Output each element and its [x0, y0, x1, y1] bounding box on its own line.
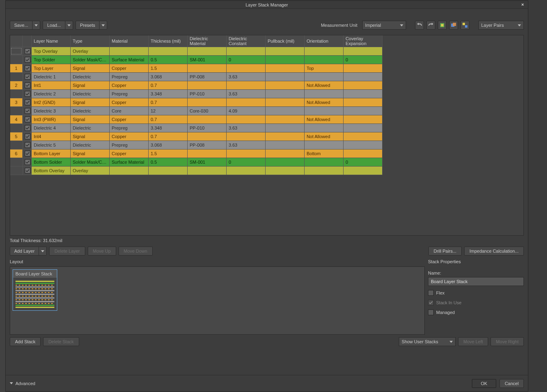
move-left-button[interactable]: Move Left [458, 337, 488, 346]
delete-layer-button[interactable]: Delete Layer [49, 247, 85, 256]
mid-toolbar: Add Layer Delete Layer Move Up Move Down… [10, 245, 524, 257]
table-row[interactable]: 6Bottom LayerSignalCopper1.5Bottom [10, 149, 383, 158]
row-checkbox[interactable] [25, 125, 30, 131]
col-pullback[interactable]: Pullback (mil) [265, 35, 304, 47]
table-row[interactable]: Top SolderSolder Mask/Co...Surface Mater… [10, 55, 383, 64]
table-row[interactable]: Top OverlayOverlay [10, 47, 383, 55]
table-row[interactable]: Dielectric 4DielectricPrepreg3.348PP-010… [10, 123, 383, 132]
layout-title: Layout [10, 259, 425, 264]
tool-icon-1[interactable] [438, 21, 447, 30]
row-checkbox[interactable] [25, 57, 30, 63]
row-checkbox[interactable] [25, 151, 30, 156]
impedance-calc-button[interactable]: Impedance Calculation... [464, 247, 524, 256]
move-right-button[interactable]: Move Right [491, 337, 524, 346]
footer: Advanced OK Cancel [6, 375, 528, 391]
col-check[interactable] [22, 35, 31, 47]
col-coverlay-expansion[interactable]: Coverlay Expansion [343, 35, 382, 47]
row-checkbox[interactable] [25, 117, 30, 122]
row-checkbox[interactable] [25, 142, 30, 148]
measurement-unit-label: Measurement Unit [321, 23, 357, 28]
cancel-button[interactable]: Cancel [499, 379, 524, 388]
tool-icon-2[interactable] [449, 21, 458, 30]
col-type[interactable]: Type [71, 35, 110, 47]
table-row[interactable]: 1Top LayerSignalCopper1.5Top [10, 64, 383, 72]
total-thickness: Total Thickness: 31.632mil [10, 236, 524, 245]
svg-rect-3 [453, 23, 456, 26]
col-dielectric-constant[interactable]: Dielectric Constant [226, 35, 265, 47]
svg-rect-4 [463, 23, 465, 25]
show-user-stacks-select[interactable]: Show User Stacks [399, 337, 456, 346]
top-toolbar: Save... Load... Presets Measurement Unit… [10, 13, 524, 31]
row-checkbox[interactable] [25, 48, 30, 54]
col-num[interactable] [10, 35, 22, 47]
col-material[interactable]: Material [110, 35, 149, 47]
redo-icon[interactable] [426, 21, 435, 30]
col-dielectric-material[interactable]: Dielectric Material [187, 35, 226, 47]
row-checkbox[interactable] [25, 100, 30, 105]
move-down-button[interactable]: Move Down [119, 247, 153, 256]
advanced-toggle[interactable]: Advanced [10, 381, 35, 386]
row-checkbox[interactable] [25, 91, 30, 97]
managed-checkbox[interactable]: Managed [428, 310, 524, 315]
col-orientation[interactable]: Orientation [304, 35, 343, 47]
chip-title: Board Layer Stack [13, 270, 57, 278]
svg-rect-5 [465, 25, 467, 28]
row-checkbox[interactable] [25, 168, 30, 173]
table-row[interactable]: Dielectric 3DielectricCore12Core-0304.09 [10, 106, 383, 115]
layer-stack-grid[interactable]: Layer Name Type Material Thickness (mil)… [10, 35, 524, 236]
col-layer-name[interactable]: Layer Name [32, 35, 71, 47]
row-checkbox[interactable] [25, 82, 30, 88]
table-row[interactable]: Bottom SolderSolder Mask/Co...Surface Ma… [10, 158, 383, 166]
table-row[interactable]: 3Int2 (GND)SignalCopper0.7Not Allowed [10, 98, 383, 106]
measurement-unit-select[interactable]: Imperial [362, 21, 406, 30]
row-checkbox[interactable] [25, 65, 30, 71]
stack-preview [13, 278, 57, 310]
close-icon[interactable]: × [519, 1, 526, 9]
window-title: Layer Stack Manager [246, 2, 288, 7]
row-checkbox[interactable] [25, 159, 30, 165]
stack-properties-title: Stack Properties [428, 259, 524, 264]
table-row[interactable]: 2Int1SignalCopper0.7Not Allowed [10, 81, 383, 89]
table-row[interactable]: Dielectric 2DielectricPrepreg3.348PP-010… [10, 89, 383, 98]
add-layer-button[interactable]: Add Layer [10, 247, 47, 256]
layer-pairs-select[interactable]: Layer Pairs [478, 21, 524, 30]
row-checkbox[interactable] [25, 134, 30, 139]
col-thickness[interactable]: Thickness (mil) [148, 35, 187, 47]
ok-button[interactable]: OK [472, 379, 496, 388]
table-row[interactable]: 4Int3 (PWR)SignalCopper0.7Not Allowed [10, 115, 383, 123]
svg-rect-1 [441, 24, 443, 26]
stack-name-input[interactable]: Board Layer Stack [428, 277, 524, 286]
table-row[interactable]: Dielectric 1DielectricPrepreg3.068PP-008… [10, 72, 383, 81]
row-checkbox[interactable] [25, 74, 30, 80]
name-label: Name: [428, 271, 524, 275]
chevron-down-icon [10, 382, 13, 384]
table-row[interactable]: Dielectric 5DielectricPrepreg3.068PP-008… [10, 141, 383, 149]
undo-icon[interactable] [415, 21, 424, 30]
flex-checkbox[interactable]: Flex [428, 290, 524, 296]
table-row[interactable]: Bottom OverlayOverlay [10, 166, 383, 175]
bottom-toolbar: Add Stack Delete Stack Show User Stacks … [10, 337, 524, 346]
move-up-button[interactable]: Move Up [88, 247, 116, 256]
stack-in-use-checkbox: Stack In Use [428, 300, 524, 305]
presets-button[interactable]: Presets [76, 21, 107, 30]
table-row[interactable]: 5Int4SignalCopper0.7Not Allowed [10, 132, 383, 141]
add-stack-button[interactable]: Add Stack [10, 337, 41, 346]
load-button[interactable]: Load... [43, 21, 73, 30]
layout-box[interactable]: Board Layer Stack [10, 266, 425, 335]
tool-icon-3[interactable] [461, 21, 469, 30]
board-layer-stack-chip[interactable]: Board Layer Stack [13, 269, 57, 311]
drill-pairs-button[interactable]: Drill Pairs... [428, 247, 462, 256]
row-checkbox[interactable] [25, 108, 30, 114]
delete-stack-button[interactable]: Delete Stack [43, 337, 79, 346]
layer-stack-manager-window: Layer Stack Manager × Save... Load... Pr… [5, 0, 528, 392]
save-button[interactable]: Save... [10, 21, 40, 30]
titlebar: Layer Stack Manager × [6, 1, 528, 9]
